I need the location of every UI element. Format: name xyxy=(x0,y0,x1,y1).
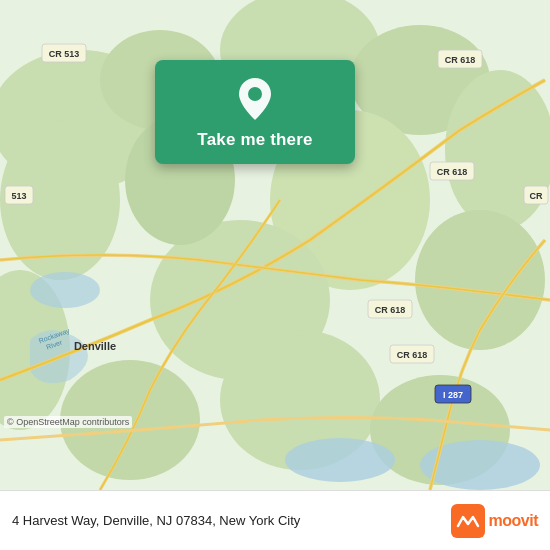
moovit-logo-icon xyxy=(451,504,485,538)
address-text: 4 Harvest Way, Denville, NJ 07834, New Y… xyxy=(12,513,300,528)
svg-point-37 xyxy=(248,87,262,101)
bottom-bar: 4 Harvest Way, Denville, NJ 07834, New Y… xyxy=(0,490,550,550)
take-me-there-label: Take me there xyxy=(197,130,312,150)
svg-text:CR: CR xyxy=(530,191,543,201)
svg-text:CR 618: CR 618 xyxy=(445,55,476,65)
osm-attribution: © OpenStreetMap contributors xyxy=(4,416,132,428)
svg-text:CR 618: CR 618 xyxy=(375,305,406,315)
address-area: 4 Harvest Way, Denville, NJ 07834, New Y… xyxy=(12,513,300,528)
svg-point-16 xyxy=(285,438,395,482)
svg-text:513: 513 xyxy=(11,191,26,201)
svg-text:CR 618: CR 618 xyxy=(437,167,468,177)
take-me-there-card[interactable]: Take me there xyxy=(155,60,355,164)
svg-text:CR 618: CR 618 xyxy=(397,350,428,360)
svg-text:CR 513: CR 513 xyxy=(49,49,80,59)
location-pin-icon xyxy=(234,78,276,120)
svg-rect-38 xyxy=(451,504,485,538)
svg-point-6 xyxy=(445,70,550,230)
moovit-brand-text: moovit xyxy=(489,512,538,530)
map-container: CR 513 CR 618 CR 618 CR 618 CR 618 I 287… xyxy=(0,0,550,490)
svg-text:I 287: I 287 xyxy=(443,390,463,400)
svg-point-15 xyxy=(30,272,100,308)
svg-text:Denville: Denville xyxy=(74,340,116,352)
moovit-logo: moovit xyxy=(451,504,538,538)
